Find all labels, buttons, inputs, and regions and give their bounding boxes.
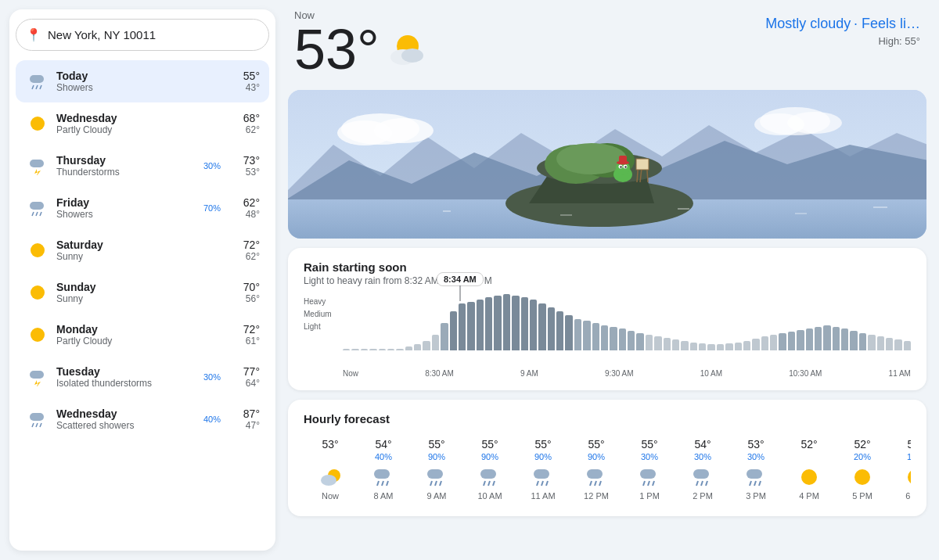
thunder-icon [28,368,47,386]
day-info: Friday Showers [56,196,203,220]
chart-time-marker: 8:34 AM [437,272,484,286]
svg-line-61 [387,481,388,486]
forecast-day-0[interactable]: Today Showers 55° 43° [16,60,269,102]
svg-rect-86 [747,469,762,479]
day-temps: 72° 61° [221,323,260,346]
day-temps: 55° 43° [221,70,260,93]
svg-line-81 [653,481,654,486]
hourly-temp: 55° [588,438,604,451]
chart-bar [761,336,768,350]
day-name: Today [56,70,221,82]
chart-bar [788,332,795,350]
svg-point-38 [624,166,626,167]
svg-point-90 [801,469,817,485]
day-high: 72° [221,323,260,336]
svg-rect-7 [30,202,44,210]
hourly-item-0: 53° Now [304,435,357,504]
svg-line-77 [599,481,601,486]
chart-bar [432,335,439,350]
chart-bar [886,338,893,350]
rain-chart: Heavy Medium Light 8:34 AM [304,296,911,366]
svg-line-88 [754,481,756,486]
forecast-day-8[interactable]: Wednesday Scattered showers 40% 87° 47° [16,398,269,440]
forecast-day-1[interactable]: Wednesday Partly Cloudy 68° 62° [16,102,269,145]
forecast-day-6[interactable]: Monday Partly Cloudy 72° 61° [16,314,269,356]
day-desc: Partly Cloudy [56,336,221,346]
day-low: 47° [221,420,260,431]
chart-bar [699,343,706,350]
chart-bar [592,323,599,350]
main-content: Now 53° Mostly cloudy · Feels li… High: [275,0,939,560]
location-selector[interactable]: 📍 New York, NY 10011 [16,19,269,51]
chart-bar [877,336,884,350]
hourly-sun-icon [798,466,820,488]
chart-bar [654,336,661,350]
forecast-day-2[interactable]: Thursday Thunderstorms 30% 73° 53° [16,145,269,187]
day-temps: 72° 62° [221,239,260,262]
svg-line-69 [493,481,495,486]
day-temps: 73° 53° [221,154,260,178]
chart-bar [797,330,804,350]
day-high: 68° [221,112,260,124]
hourly-time: 9 AM [426,491,446,501]
chart-bar [672,339,679,350]
svg-point-4 [31,117,45,131]
chart-legend: Heavy Medium Light [304,296,332,333]
forecast-day-5[interactable]: Sunday Sunny 70° 56° [16,271,269,314]
chart-bar [833,327,840,350]
chart-bar [601,325,608,350]
day-high: 87° [221,407,260,420]
day-low: 43° [221,82,260,93]
chart-bar [779,333,786,350]
hourly-title: Hourly forecast [304,412,911,425]
day-high: 73° [221,154,260,167]
time-label: 11 AM [889,369,911,378]
chart-time-labels: Now8:30 AM9 AM9:30 AM10 AM10:30 AM11 AM [343,369,911,378]
chart-bar [343,349,350,350]
sun-icon [28,325,47,344]
svg-line-68 [488,481,490,486]
day-info: Monday Partly Cloudy [56,323,221,346]
svg-point-92 [908,469,911,485]
chart-bar [477,300,484,350]
hourly-item-8: 53° 30% 3 PM [729,435,782,504]
hourly-temp: 55° [534,438,551,451]
day-high: 55° [221,70,260,82]
scene-svg [288,90,926,239]
hourly-item-6: 55° 30% 1 PM [623,435,676,504]
hourly-scroll[interactable]: 53° Now 54° 40% 8 AM 55° 90% 9 AM 55° 90… [304,435,911,504]
day-temps: 87° 47° [221,407,260,431]
day-name: Thursday [56,154,203,167]
day-temps: 77° 64° [221,365,260,389]
hourly-time: 2 PM [693,491,713,501]
hourly-item-2: 55° 90% 9 AM [410,435,463,504]
svg-rect-74 [587,469,603,479]
svg-line-59 [377,481,379,486]
forecast-day-3[interactable]: Friday Showers 70% 62° 48° [16,187,269,229]
day-desc: Showers [56,209,203,220]
day-temps: 62° 48° [221,196,260,220]
hourly-temp: 55° [428,438,444,451]
current-right-info: Mostly cloudy · Feels li… High: 55° [765,9,920,47]
current-weather-header: Now 53° Mostly cloudy · Feels li… High: [288,9,926,81]
day-icon [25,72,50,91]
day-name: Wednesday [56,407,203,420]
svg-point-12 [31,285,45,300]
svg-rect-0 [30,75,44,83]
svg-point-91 [854,469,870,485]
hourly-item-7: 54° 30% 2 PM [676,435,729,504]
svg-line-72 [541,481,543,486]
forecast-day-7[interactable]: Tuesday Isolated thunderstorms 30% 77° 6… [16,356,269,398]
chart-bar [441,323,448,350]
day-icon [25,199,50,217]
hourly-time: Now [322,491,339,501]
hourly-item-11: 52° 10% 6 PM [889,435,911,504]
forecast-day-4[interactable]: Saturday Sunny 72° 62° [16,229,269,271]
hourly-temp: 54° [694,438,711,451]
hourly-showers-icon [532,466,554,488]
forecast-list: Today Showers 55° 43° Wednesday Partly C… [16,60,269,440]
chart-bar [538,303,545,350]
svg-rect-62 [427,469,443,479]
hourly-temp: 53° [747,438,764,451]
day-icon [25,325,50,344]
